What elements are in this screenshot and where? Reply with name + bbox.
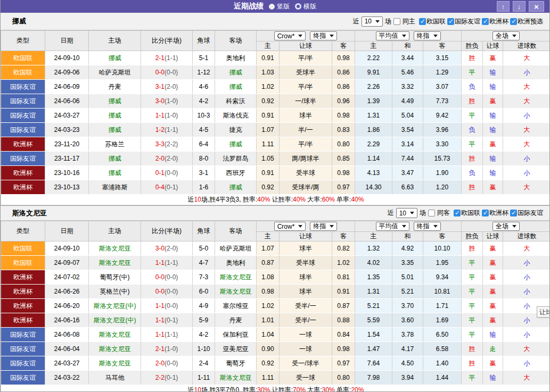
- radio-vertical-label: 竖版: [277, 2, 290, 11]
- odds-company-select[interactable]: Crow*: [274, 222, 306, 231]
- avg-away-odds: 7.73: [423, 94, 462, 109]
- same-venue-checkbox[interactable]: [393, 18, 400, 25]
- league-filter-欧国联[interactable]: 欧国联: [419, 17, 446, 26]
- same-venue-label: 同客: [437, 208, 450, 218]
- result-goals: 大: [503, 371, 550, 385]
- league-filter-欧洲杯[interactable]: 欧洲杯: [482, 17, 508, 26]
- score-cell: 3-0(1-0): [141, 94, 193, 109]
- league-filter-label: 国际友谊: [455, 17, 480, 26]
- handicap-line: 受半/一: [280, 299, 332, 313]
- full-score: 3-1: [155, 83, 165, 90]
- handicap-home-odds: 0.90: [257, 342, 280, 356]
- handicap-away-odds: 0.84: [332, 328, 355, 342]
- checkbox-checked-icon[interactable]: [482, 18, 489, 25]
- checkbox-checked-icon[interactable]: [419, 18, 426, 25]
- scope-select[interactable]: 全场: [492, 31, 520, 40]
- arrow-up-icon: ↑: [502, 3, 505, 11]
- corner-score: 4-2: [193, 328, 215, 342]
- league-badge: 国际友谊: [1, 80, 45, 94]
- odds-company-select[interactable]: Crow*: [274, 31, 306, 40]
- col-score: 比分(半场): [141, 31, 193, 51]
- match-row: 欧洲杯23-11-20苏格兰3-3(2-2)6-4挪威1.11平/半0.802.…: [1, 137, 550, 152]
- away-team: 挪威: [215, 65, 257, 80]
- layout-radio-vertical[interactable]: 竖版: [269, 2, 290, 11]
- league-filter-欧洲杯[interactable]: 欧洲杯: [482, 208, 508, 218]
- half-score: (1-1): [165, 331, 178, 338]
- handicap-away-odds: 0.87: [332, 299, 355, 313]
- avg-away-odds: 1.95: [423, 256, 462, 270]
- move-down-button[interactable]: ↓: [513, 1, 526, 12]
- average-stage-select[interactable]: 终指: [414, 31, 441, 40]
- league-filter-国际友谊[interactable]: 国际友谊: [447, 17, 480, 26]
- checkbox-checked-icon[interactable]: [482, 210, 489, 216]
- full-score: 1-1: [155, 316, 165, 324]
- league-badge: 欧洲杯: [1, 166, 45, 180]
- near-count-select[interactable]: 10: [362, 16, 383, 27]
- summary-segment: 60%: [322, 196, 335, 203]
- result-outcome: 胜: [462, 356, 483, 371]
- result-handicap: 输: [483, 152, 503, 166]
- checkbox-checked-icon[interactable]: [447, 18, 454, 25]
- avg-home-odds: 5.59: [355, 313, 392, 328]
- half-score: (2-0): [165, 245, 178, 252]
- layout-radio-horizontal[interactable]: 横版: [295, 2, 316, 11]
- average-stage-select[interactable]: 终指: [414, 222, 441, 231]
- near-count-select[interactable]: 10: [396, 208, 417, 218]
- avg-away-odds: 1.40: [423, 356, 462, 371]
- match-row: 国际友谊24-03-23挪威1-2(1-1)4-5捷克1.07半/一0.831.…: [1, 123, 550, 137]
- col-avg-away: 客: [423, 232, 462, 241]
- close-icon: ×: [534, 2, 539, 11]
- away-team: 丹麦: [215, 313, 257, 328]
- avg-home-odds: 1.31: [355, 109, 392, 123]
- handicap-home-odds: 1.11: [257, 137, 280, 152]
- half-score: (0-0): [165, 273, 178, 281]
- home-team: 挪威: [89, 109, 141, 123]
- same-venue-checkbox[interactable]: [428, 210, 435, 216]
- match-row: 国际友谊24-06-08斯洛文尼亚1-1(1-1)4-2保加利亚1.04一球0.…: [1, 328, 550, 342]
- result-handicap: 赢: [483, 94, 503, 109]
- close-button[interactable]: ×: [529, 1, 544, 12]
- match-row: 国际友谊24-03-27斯洛文尼亚2-0(0-0)2-4葡萄牙0.92受一/球半…: [1, 356, 550, 371]
- home-team: 斯洛文尼亚: [89, 328, 141, 342]
- avg-home-odds: 14.30: [355, 180, 392, 195]
- average-source-select[interactable]: 平均值: [376, 222, 409, 231]
- avg-away-odds: 6.50: [423, 328, 462, 342]
- titlebar-center: 近期战绩 竖版 横版: [1, 2, 549, 11]
- match-row: 欧洲杯23-10-13塞浦路斯0-4(0-1)1-6挪威0.92受球半/两0.9…: [1, 180, 550, 195]
- league-filter-欧国联[interactable]: 欧国联: [454, 208, 480, 218]
- avg-away-odds: 3.07: [423, 80, 462, 94]
- average-source-select[interactable]: 平均值: [376, 31, 409, 40]
- away-team: 法罗群岛: [215, 152, 257, 166]
- col-handicap-home: 主: [257, 41, 280, 51]
- avg-draw-odds: 4.50: [392, 356, 423, 371]
- avg-away-odds: 3.96: [423, 123, 462, 137]
- handicap-home-odds: 0.87: [257, 256, 280, 270]
- away-team: 斯洛伐克: [215, 109, 257, 123]
- scope-select[interactable]: 全场: [492, 222, 520, 231]
- handicap-home-odds: 1.08: [257, 270, 280, 285]
- avg-home-odds: 1.32: [355, 241, 392, 256]
- result-handicap: 赢: [483, 299, 503, 313]
- result-handicap: 赢: [483, 51, 503, 65]
- handicap-away-odds: 0.91: [332, 285, 355, 299]
- col-date: 日期: [45, 221, 89, 241]
- checkbox-checked-icon[interactable]: [510, 210, 517, 216]
- result-outcome: 平: [462, 299, 483, 313]
- league-filter-label: 欧国联: [461, 208, 480, 218]
- col-avg-home: 主: [355, 41, 392, 51]
- handicap-home-odds: 0.92: [257, 94, 280, 109]
- odds-stage-select[interactable]: 终指: [310, 31, 337, 40]
- corner-score: 7-3: [193, 270, 215, 285]
- radio-selected-icon: [269, 4, 275, 10]
- handicap-away-odds: 0.80: [332, 371, 355, 385]
- league-filter-国际友谊[interactable]: 国际友谊: [510, 208, 543, 218]
- checkbox-checked-icon[interactable]: [454, 210, 461, 216]
- league-filter-欧洲预选[interactable]: 欧洲预选: [510, 17, 543, 26]
- odds-stage-select[interactable]: 终指: [310, 222, 337, 231]
- col-result-handicap: 让球: [483, 232, 503, 241]
- avg-draw-odds: 3.78: [392, 328, 423, 342]
- league-badge: 欧洲杯: [1, 299, 45, 313]
- move-up-button[interactable]: ↑: [497, 1, 510, 12]
- checkbox-checked-icon[interactable]: [510, 18, 517, 25]
- summary-segment: 场,胜3平7负0, 胜率:: [201, 386, 257, 392]
